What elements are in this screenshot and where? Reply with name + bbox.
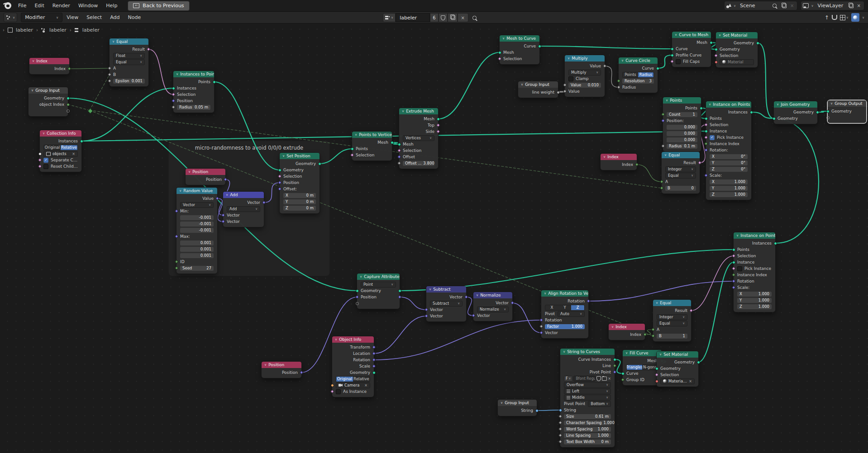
collapse-chevron-icon[interactable]: ∨ bbox=[777, 103, 779, 106]
viewlayer-selector[interactable]: ∨ ViewLayer × bbox=[801, 1, 864, 10]
node-socket[interactable] bbox=[351, 147, 354, 151]
node-header[interactable]: ∨Points bbox=[663, 97, 701, 104]
id-selector-field[interactable]: Camera× bbox=[336, 382, 370, 388]
node-m2c[interactable]: ∨Mesh to CurveCurveMeshSelection bbox=[500, 35, 539, 64]
value-field[interactable]: Resolution3 bbox=[622, 79, 654, 84]
node-header[interactable]: ∨Join Geometry bbox=[774, 101, 817, 108]
node-socket[interactable] bbox=[356, 302, 359, 305]
vector-component-field[interactable]: 0.001 bbox=[180, 253, 214, 258]
node-socket[interactable] bbox=[715, 61, 718, 64]
collapse-chevron-icon[interactable]: ∨ bbox=[621, 59, 624, 62]
dropdown[interactable]: Auto∨ bbox=[558, 311, 585, 317]
node-socket[interactable] bbox=[613, 358, 616, 361]
value-field[interactable]: Radius0.05 m bbox=[177, 105, 210, 110]
node-wire[interactable] bbox=[400, 297, 426, 310]
vector-component-field[interactable]: Z1.000 bbox=[737, 304, 772, 309]
collapse-chevron-icon[interactable]: ∨ bbox=[476, 293, 478, 297]
checkbox[interactable] bbox=[336, 389, 341, 394]
vector-component-field[interactable]: 0.000 bbox=[667, 125, 697, 130]
node-wire[interactable] bbox=[758, 43, 774, 118]
node-socket[interactable] bbox=[715, 48, 718, 51]
collapse-chevron-icon[interactable]: ∨ bbox=[429, 288, 431, 291]
node-header[interactable]: ∨Subtract bbox=[426, 286, 466, 293]
toggle-option[interactable]: Points bbox=[623, 72, 638, 77]
node-header[interactable]: ∨Align Rotation to Ve... bbox=[541, 290, 588, 297]
node-arv[interactable]: ∨Align Rotation to Ve...RotationXYZPivot… bbox=[541, 290, 588, 338]
dropdown[interactable]: Left∨ bbox=[564, 388, 611, 394]
node-header[interactable]: ∨Group Output bbox=[828, 100, 866, 107]
node-socket[interactable] bbox=[38, 152, 42, 156]
node-header[interactable]: ∨Extrude Mesh bbox=[399, 108, 438, 114]
dropdown[interactable]: Add∨ bbox=[227, 206, 260, 212]
menu-select[interactable]: Select bbox=[82, 12, 106, 23]
collapse-chevron-icon[interactable]: ∨ bbox=[830, 102, 833, 105]
toggle-option[interactable]: Y bbox=[558, 305, 572, 310]
dropdown[interactable]: Equal∨ bbox=[113, 59, 145, 65]
value-field[interactable]: B0 bbox=[665, 186, 696, 191]
node-socket[interactable] bbox=[67, 109, 70, 113]
node-header[interactable]: ∨Object Info bbox=[332, 336, 374, 343]
node-nrm[interactable]: ∨NormalizeVectorNormalize∨Vector bbox=[473, 292, 512, 321]
collapse-chevron-icon[interactable]: ∨ bbox=[179, 189, 181, 193]
node-header[interactable]: ∨Set Position bbox=[280, 153, 320, 159]
node-socket[interactable] bbox=[80, 140, 83, 143]
tree-name-input[interactable]: labeler bbox=[396, 13, 430, 22]
vector-component-field[interactable]: 0.000 bbox=[667, 137, 697, 142]
scene-selector[interactable]: ∨ Scene × bbox=[724, 1, 798, 10]
node-wire[interactable] bbox=[400, 250, 734, 291]
menu-node[interactable]: Node bbox=[124, 12, 145, 23]
collapse-chevron-icon[interactable]: ∨ bbox=[31, 89, 33, 92]
node-rv[interactable]: ∨Random ValueValueVector∨Min:-0.001-0.00… bbox=[176, 188, 217, 274]
checkbox[interactable] bbox=[737, 266, 742, 271]
node-wire[interactable] bbox=[320, 149, 352, 164]
dropdown[interactable]: Bottom Left∨ bbox=[588, 401, 611, 407]
collapse-chevron-icon[interactable]: ∨ bbox=[502, 37, 505, 40]
node-wire[interactable] bbox=[539, 46, 672, 49]
toggle-option[interactable]: Z bbox=[571, 305, 584, 310]
dropdown[interactable]: Integer∨ bbox=[657, 314, 687, 320]
copy-icon[interactable] bbox=[782, 4, 787, 8]
vector-component-field[interactable]: Y1.000 bbox=[737, 298, 772, 303]
node-idx2[interactable]: ∨IndexIndex bbox=[601, 154, 637, 170]
node-go[interactable]: ∨Group OutputGeometry bbox=[828, 100, 866, 123]
factor-slider[interactable]: Factor1.000 bbox=[545, 324, 585, 329]
node-socket[interactable] bbox=[671, 47, 674, 51]
node-iop1[interactable]: ∨Instance on PointsInstancesPointsSelect… bbox=[706, 101, 751, 200]
copy-icon[interactable] bbox=[849, 4, 854, 8]
node-cap[interactable]: ∨Capture AttributePoint∨GeometryPosition bbox=[357, 274, 400, 309]
toggle-option[interactable]: Radius bbox=[638, 72, 653, 77]
node-socket[interactable] bbox=[705, 117, 708, 120]
value-field[interactable]: Text Box Width0 m bbox=[564, 439, 611, 444]
collapse-chevron-icon[interactable]: ∨ bbox=[664, 153, 667, 157]
node-header[interactable]: ∨Fill Curve bbox=[623, 350, 662, 356]
node-socket[interactable] bbox=[705, 130, 708, 133]
value-field[interactable]: Value0.010 bbox=[568, 83, 601, 88]
new-copy-button[interactable] bbox=[448, 13, 458, 22]
node-wire[interactable] bbox=[374, 316, 426, 354]
node-header[interactable]: ∨Collection Info bbox=[40, 130, 81, 137]
node-socket[interactable] bbox=[826, 110, 830, 113]
overlays-dropdown[interactable]: ∨ bbox=[840, 15, 849, 20]
browse-tree-button[interactable]: ∨ bbox=[383, 13, 396, 22]
toggle-option[interactable]: Relative bbox=[353, 377, 370, 382]
node-socket[interactable] bbox=[697, 361, 700, 364]
snapping-toggle[interactable] bbox=[832, 15, 837, 20]
dropdown[interactable]: Equal∨ bbox=[665, 173, 696, 179]
collapse-chevron-icon[interactable]: ∨ bbox=[719, 33, 721, 37]
checkbox[interactable] bbox=[43, 164, 48, 169]
collapse-chevron-icon[interactable]: ∨ bbox=[264, 363, 267, 367]
checkbox[interactable] bbox=[676, 59, 681, 64]
collapse-chevron-icon[interactable]: ∨ bbox=[282, 154, 285, 158]
value-field[interactable]: B1 bbox=[657, 334, 687, 339]
node-add[interactable]: ∨AddVectorAdd∨VectorVector bbox=[223, 192, 264, 227]
node-wire[interactable] bbox=[698, 262, 734, 362]
node-wire[interactable] bbox=[148, 49, 173, 94]
node-header[interactable]: ∨Instance on Points bbox=[706, 101, 751, 108]
node-idx3[interactable]: ∨IndexIndex bbox=[609, 324, 645, 340]
vector-component-field[interactable]: 0.001 bbox=[180, 241, 214, 245]
value-field[interactable]: Epsilon0.001 bbox=[113, 79, 145, 84]
value-field[interactable]: Character Spacing1.000 bbox=[564, 420, 611, 425]
fake-user-button[interactable] bbox=[439, 13, 448, 22]
collapse-chevron-icon[interactable]: ∨ bbox=[112, 40, 114, 43]
toggle-option[interactable]: Original bbox=[44, 145, 61, 150]
